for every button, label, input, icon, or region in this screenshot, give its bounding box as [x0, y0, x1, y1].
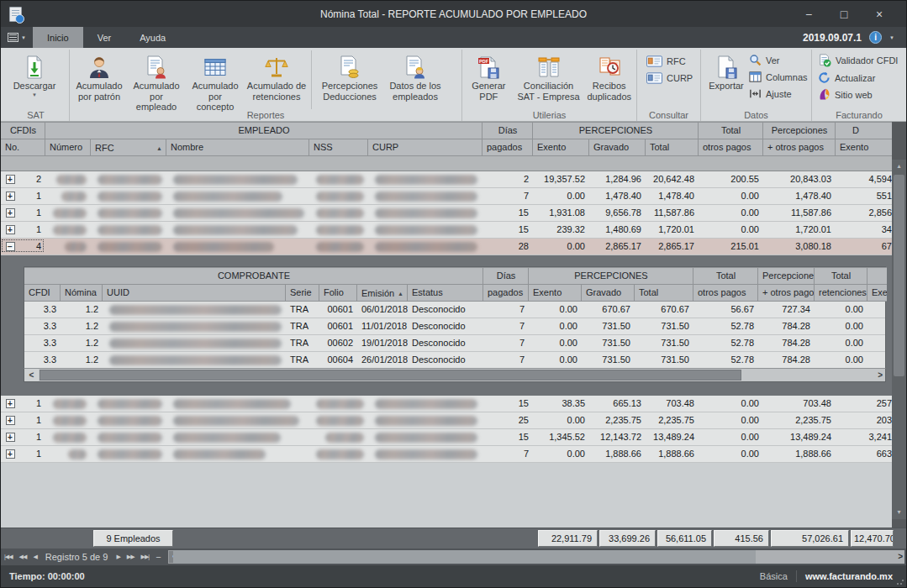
info-icon[interactable]: i [869, 31, 882, 44]
col-otros-pagos[interactable]: otros pagos [699, 139, 763, 156]
col-rfc[interactable]: RFC▲ [91, 139, 166, 156]
resize-grip[interactable] [896, 577, 904, 585]
refresh-icon-button[interactable]: Actualizar [818, 71, 898, 84]
scroll-left-icon[interactable]: < [24, 369, 39, 381]
dcol-group-extra[interactable] [867, 267, 887, 285]
tab-ayuda[interactable]: Ayuda [125, 27, 180, 48]
scrollbar-thumb[interactable] [894, 175, 904, 376]
minimize-button[interactable]: − [797, 8, 820, 21]
columnas-button[interactable]: Columnas [749, 71, 808, 83]
table-row[interactable]: + 1 7 0.00 1,888.66 1,888.66 0.00 1,888.… [1, 446, 892, 463]
col-group-dias[interactable]: Días [483, 122, 533, 139]
dcol-group-percepciones[interactable]: PERCEPCIONES [529, 267, 693, 285]
table-row[interactable]: + 1 15 239.32 1,480.69 1,720.01 0.00 1,7… [1, 222, 892, 239]
expand-button[interactable]: + [1, 396, 19, 412]
col-nombre[interactable]: Nombre [166, 139, 309, 156]
dcol-emision[interactable]: Emisión▲ [357, 285, 408, 302]
acumulado-empleado-button[interactable]: Acumulado por empleado [126, 50, 187, 113]
close-button[interactable]: × [867, 8, 891, 21]
cell-no[interactable]: 2 [19, 171, 45, 187]
table-row[interactable]: + 1 15 38.35 665.13 703.48 0.00 703.48 2… [1, 396, 892, 412]
percepciones-deducciones-button[interactable]: Percepciones Deducciones [314, 50, 386, 102]
datos-empleados-button[interactable]: Datos de los empleados [386, 50, 445, 102]
dcol-otros[interactable]: otros pagos [693, 285, 758, 302]
scrollbar-thumb[interactable] [173, 550, 756, 564]
col-group-percepciones[interactable]: PERCEPCIONES [533, 122, 699, 139]
rfc-button[interactable]: RFC [646, 55, 693, 67]
recibos-duplicados-button[interactable]: Recibos duplicados [584, 50, 634, 102]
col-group-empleado[interactable]: EMPLEADO [45, 122, 483, 139]
table-row[interactable]: + 1 15 1,931.08 9,656.78 11,587.86 0.00 … [1, 205, 892, 222]
dcol-nomina[interactable]: Nómina [61, 285, 103, 302]
expand-button[interactable]: + [1, 171, 19, 187]
col-exento[interactable]: Exento [533, 139, 589, 156]
col-percep-otros[interactable]: + otros pagos [763, 139, 836, 156]
scroll-up-icon[interactable]: ▴ [892, 160, 906, 172]
col-pagados[interactable]: pagados [483, 139, 533, 156]
expand-button[interactable]: + [1, 205, 19, 221]
dcol-group-total[interactable]: Total [693, 267, 758, 285]
dcol-retenciones[interactable]: retenciones [815, 285, 867, 302]
col-ded-exento[interactable]: Exento [836, 139, 892, 156]
scroll-right-icon[interactable]: > [878, 370, 883, 380]
dcol-gravado[interactable]: Gravado [582, 285, 635, 302]
acumulado-patron-button[interactable]: Acumulado por patrón [72, 50, 126, 102]
nav-last-button[interactable]: ▶▶| [138, 554, 153, 560]
curp-button[interactable]: CURP [646, 72, 693, 84]
generar-pdf-button[interactable]: PDF Generar PDF [465, 50, 513, 102]
col-group-deducciones[interactable]: D [836, 122, 892, 139]
expand-button[interactable]: + [1, 222, 19, 238]
table-row[interactable]: + 2 2 19,357.52 1,284.96 20,642.48 200.5… [1, 171, 892, 188]
dcol-serie[interactable]: Serie [286, 285, 319, 302]
vertical-scrollbar[interactable]: ▴ ▾ [892, 160, 906, 519]
scroll-down-icon[interactable]: ▾ [892, 507, 906, 518]
table-row[interactable]: + 1 25 0.00 2,235.75 2,235.75 0.00 2,235… [1, 412, 892, 429]
col-curp[interactable]: CURP [368, 139, 483, 156]
chevron-down-icon[interactable]: ▼ [889, 35, 894, 40]
dcol-group-total2[interactable]: Total [815, 267, 867, 285]
col-group-percepciones2[interactable]: Percepciones [763, 122, 836, 139]
table-row[interactable]: + 1 15 1,345.52 12,143.72 13,489.24 0.00… [1, 429, 892, 446]
nav-next-button[interactable]: ▶ [113, 554, 123, 560]
dcol-estatus[interactable]: Estatus [408, 285, 483, 302]
website-link[interactable]: www.facturando.mx [805, 571, 893, 581]
detail-horizontal-scrollbar[interactable]: < > [24, 368, 886, 382]
exportar-button[interactable]: Exportar [704, 50, 749, 92]
app-menu-button[interactable]: ▼ [1, 27, 33, 48]
col-no[interactable]: No. [1, 139, 45, 156]
col-total[interactable]: Total [646, 139, 699, 156]
expand-button[interactable]: + [1, 429, 19, 445]
expand-button[interactable]: + [1, 412, 19, 428]
dcol-exe[interactable]: Exe [867, 285, 887, 302]
tab-inicio[interactable]: Inicio [33, 27, 83, 48]
dcol-cfdi[interactable]: CFDI [24, 285, 61, 302]
dcol-total[interactable]: Total [635, 285, 693, 302]
dcol-percep-otros[interactable]: + otros pagos [758, 285, 815, 302]
scrollbar-thumb[interactable] [40, 370, 741, 381]
dcol-exento[interactable]: Exento [529, 285, 582, 302]
nav-prev-button[interactable]: ◀ [29, 554, 40, 560]
dcol-uuid[interactable]: UUID [103, 285, 286, 302]
ajuste-button[interactable]: Ajuste [749, 87, 808, 100]
dcol-group-comprobante[interactable]: COMPROBANTE [24, 267, 483, 285]
acumulado-concepto-button[interactable]: Acumulado por concepto [187, 50, 244, 113]
ver-button[interactable]: Ver [749, 54, 808, 66]
horizontal-scrollbar[interactable]: > [173, 550, 904, 564]
expand-button[interactable]: + [1, 446, 19, 462]
scroll-right-icon[interactable]: > [898, 550, 903, 564]
col-numero[interactable]: Número [45, 139, 91, 156]
conciliacion-button[interactable]: Conciliación SAT - Empresa [513, 50, 585, 102]
detail-row[interactable]: 3.3 1.2 TRA 00601 11/01/2018 Desconocido… [24, 318, 885, 335]
table-row-selected[interactable]: − 4 28 0.00 2,865.17 2,865.17 215.01 3,0… [1, 239, 892, 255]
acumulado-retenciones-button[interactable]: Acumulado de retenciones [244, 50, 309, 102]
descargar-button[interactable]: Descargar ▼ [5, 50, 64, 98]
nav-collapse-button[interactable]: − [152, 552, 164, 562]
nav-next-page-button[interactable]: ▶▶ [124, 554, 138, 560]
sitio-web-button[interactable]: Sitio web [818, 88, 898, 101]
detail-row[interactable]: 3.3 1.2 TRA 00601 06/01/2018 Desconocido… [24, 302, 885, 318]
tab-ver[interactable]: Ver [83, 27, 126, 48]
collapse-button[interactable]: − [1, 239, 19, 255]
expand-button[interactable]: + [1, 188, 19, 204]
col-gravado[interactable]: Gravado [589, 139, 646, 156]
dcol-pagados[interactable]: pagados [483, 285, 529, 302]
